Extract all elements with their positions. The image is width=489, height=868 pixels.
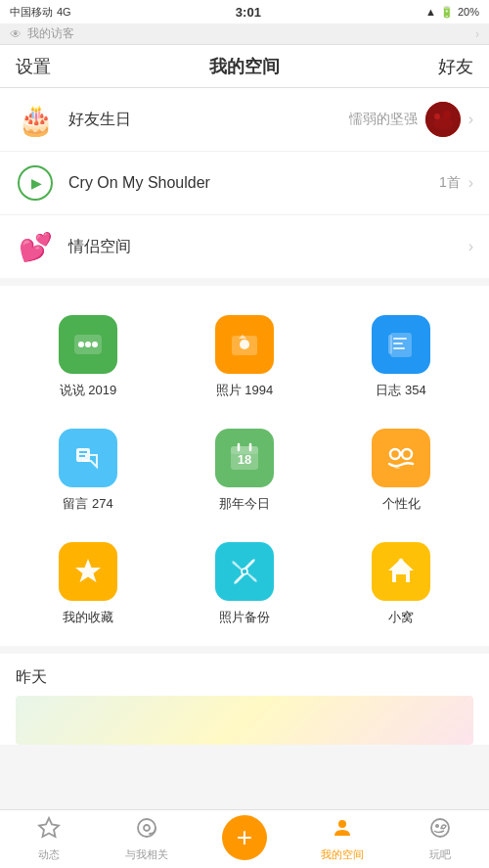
top-nav: 设置 我的空间 好友 bbox=[0, 45, 489, 88]
music-icon: ▶ bbox=[16, 163, 55, 203]
svg-marker-30 bbox=[39, 818, 59, 837]
svg-point-3 bbox=[443, 111, 451, 118]
couple-label: 情侣空间 bbox=[68, 237, 468, 257]
photos-icon bbox=[215, 315, 274, 374]
svg-rect-11 bbox=[393, 338, 407, 340]
today-label: 那年今日 bbox=[219, 495, 270, 513]
visitor-label: 我的访客 bbox=[27, 25, 74, 42]
fun-label: 玩吧 bbox=[429, 847, 451, 862]
nav-friends[interactable]: 好友 bbox=[438, 55, 473, 78]
add-button[interactable]: + bbox=[222, 815, 267, 860]
backup-label: 照片备份 bbox=[219, 609, 270, 626]
couple-icon: 💕 bbox=[16, 227, 55, 266]
grid-item-favorites[interactable]: 我的收藏 bbox=[10, 532, 166, 636]
backup-icon bbox=[215, 542, 274, 601]
grid-item-posts[interactable]: 说说 2019 bbox=[10, 305, 166, 409]
messages-label: 留言 274 bbox=[63, 495, 112, 513]
yesterday-section: 昨天 bbox=[0, 654, 489, 745]
svg-point-2 bbox=[434, 114, 440, 119]
grid-item-backup[interactable]: 照片备份 bbox=[166, 532, 323, 636]
battery-percent: 20% bbox=[458, 6, 479, 18]
home-label: 小窝 bbox=[388, 609, 414, 626]
svg-point-9 bbox=[240, 340, 249, 349]
birthday-icon: 🎂 bbox=[16, 100, 55, 139]
diary-icon bbox=[372, 315, 430, 374]
svg-point-23 bbox=[390, 449, 400, 459]
tab-feed[interactable]: 动态 bbox=[0, 810, 98, 868]
personalize-icon bbox=[372, 429, 430, 487]
nav-title: 我的空间 bbox=[209, 55, 280, 78]
network-label: 4G bbox=[57, 6, 71, 18]
diary-label: 日志 354 bbox=[376, 382, 425, 399]
grid-item-personalize[interactable]: 个性化 bbox=[323, 419, 479, 523]
list-section: 🎂 好友生日 懦弱的坚强 › ▶ Cry On My Shoulder 1首 ›… bbox=[0, 88, 489, 278]
favorites-icon bbox=[59, 542, 117, 601]
status-time: 3:01 bbox=[236, 5, 261, 20]
grid-item-home[interactable]: 小窝 bbox=[323, 532, 479, 636]
photos-label: 照片 1994 bbox=[216, 382, 274, 399]
messages-icon bbox=[59, 429, 117, 487]
svg-rect-14 bbox=[388, 335, 392, 354]
svg-point-32 bbox=[144, 825, 150, 831]
nav-settings[interactable]: 设置 bbox=[16, 55, 51, 78]
music-label: Cry On My Shoulder bbox=[68, 174, 439, 192]
wifi-icon: ▲ bbox=[425, 6, 436, 18]
tab-mention[interactable]: 与我相关 bbox=[98, 810, 196, 868]
svg-point-6 bbox=[85, 342, 91, 347]
feed-label: 动态 bbox=[38, 847, 60, 862]
status-left: 中国移动 4G bbox=[10, 5, 71, 20]
grid-item-diary[interactable]: 日志 354 bbox=[323, 305, 479, 409]
visitor-bar[interactable]: 👁 我的访客 › bbox=[0, 23, 489, 45]
myspace-icon bbox=[331, 816, 354, 845]
svg-marker-26 bbox=[75, 559, 101, 582]
feed-icon bbox=[37, 816, 61, 845]
tab-add[interactable]: + bbox=[196, 810, 293, 868]
today-icon: 18 bbox=[215, 429, 274, 487]
grid-container: 说说 2019 照片 1994 bbox=[10, 305, 479, 636]
personalize-label: 个性化 bbox=[382, 495, 421, 513]
status-bar: 中国移动 4G 3:01 ▲ 🔋 20% bbox=[0, 0, 489, 23]
yesterday-content bbox=[16, 696, 473, 745]
music-arrow: › bbox=[468, 174, 473, 192]
svg-point-35 bbox=[435, 824, 439, 828]
svg-point-27 bbox=[242, 569, 247, 574]
list-item-couple[interactable]: 💕 情侣空间 › bbox=[0, 215, 489, 278]
mention-icon bbox=[135, 816, 158, 845]
birthday-arrow: › bbox=[468, 111, 473, 128]
tab-bar: 动态 与我相关 + 我的空间 bbox=[0, 809, 489, 868]
tab-myspace[interactable]: 我的空间 bbox=[293, 810, 391, 868]
list-item-birthday[interactable]: 🎂 好友生日 懦弱的坚强 › bbox=[0, 88, 489, 152]
grid-section: 说说 2019 照片 1994 bbox=[0, 286, 489, 646]
battery-icon: 🔋 bbox=[440, 6, 454, 19]
svg-point-29 bbox=[399, 559, 404, 564]
svg-rect-13 bbox=[393, 347, 405, 349]
status-right: ▲ 🔋 20% bbox=[425, 6, 479, 19]
favorites-label: 我的收藏 bbox=[63, 609, 113, 626]
birthday-label: 好友生日 bbox=[68, 110, 349, 130]
grid-item-messages[interactable]: 留言 274 bbox=[10, 419, 166, 523]
svg-rect-10 bbox=[390, 333, 412, 357]
grid-item-today[interactable]: 18 那年今日 bbox=[166, 419, 323, 523]
posts-icon bbox=[59, 315, 117, 374]
svg-point-24 bbox=[402, 449, 412, 459]
fun-icon bbox=[428, 816, 452, 845]
tab-fun[interactable]: 玩吧 bbox=[391, 810, 489, 868]
eye-icon: 👁 bbox=[10, 27, 22, 41]
couple-arrow: › bbox=[468, 238, 473, 255]
music-meta: 1首 bbox=[439, 174, 461, 192]
home-icon bbox=[372, 542, 430, 601]
plus-icon: + bbox=[237, 822, 252, 853]
myspace-label: 我的空间 bbox=[321, 847, 364, 862]
posts-label: 说说 2019 bbox=[60, 382, 117, 399]
svg-point-7 bbox=[92, 342, 98, 347]
yesterday-label: 昨天 bbox=[16, 667, 473, 688]
grid-item-photos[interactable]: 照片 1994 bbox=[166, 305, 323, 409]
svg-point-34 bbox=[431, 819, 449, 837]
svg-rect-12 bbox=[393, 343, 403, 344]
carrier-label: 中国移动 bbox=[10, 5, 53, 20]
visitor-arrow: › bbox=[475, 27, 479, 41]
birthday-meta: 懦弱的坚强 bbox=[349, 111, 418, 128]
svg-text:18: 18 bbox=[238, 452, 251, 467]
mention-label: 与我相关 bbox=[125, 847, 168, 862]
list-item-music[interactable]: ▶ Cry On My Shoulder 1首 › bbox=[0, 152, 489, 215]
